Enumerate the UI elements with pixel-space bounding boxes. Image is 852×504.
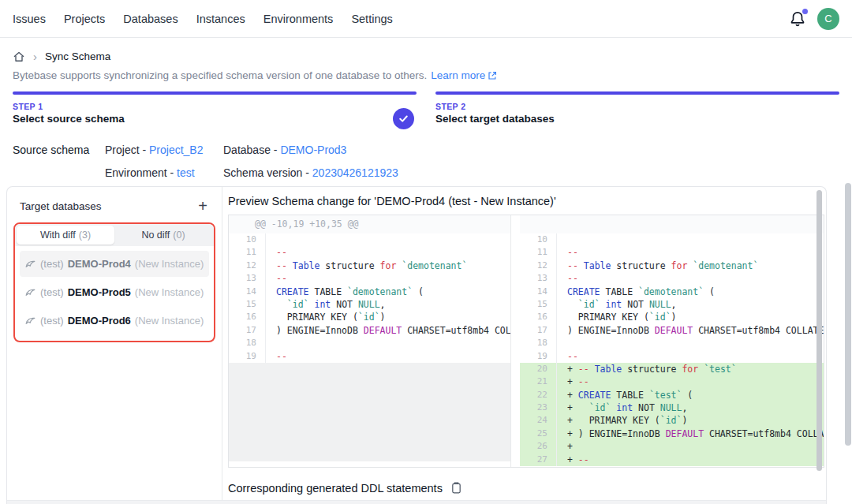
tab-no-diff[interactable]: No diff(0) [114,226,212,245]
line-code: + -- [557,454,589,466]
line-code: CREATE TABLE `demotenant` ( [266,286,424,298]
add-target-database-button[interactable]: + [195,198,211,214]
source-field-value-link[interactable]: 20230426121923 [312,166,398,179]
target-database-item-demo-prod4[interactable]: (test)DEMO-Prod4(New Instance) [20,251,209,277]
tab-count: (3) [79,230,91,241]
code-token: , [671,299,677,310]
database-environment: (test) [40,315,64,327]
line-code: -- Table structure for `demotenant` [557,259,758,272]
line-number: 14 [229,286,266,298]
copy-ddl-button[interactable] [450,481,463,495]
diff-line: 23+ `id` int NOT NULL, [520,401,824,414]
home-icon[interactable] [13,50,25,63]
line-code: ) ENGINE=InnoDB DEFAULT CHARSET=utf8mb4 … [557,324,824,337]
code-token: -- [567,247,578,258]
line-number: 10 [229,233,266,246]
intro-description: Bytebase supports synchronizing a specif… [13,69,427,81]
line-code: + [557,440,573,453]
line-code [266,337,276,349]
diff-line: 14CREATE TABLE `demotenant` ( [229,286,510,298]
page-title: Sync Schema [45,50,110,62]
page-scrollbar[interactable] [845,183,851,446]
line-number: 13 [520,272,557,285]
line-code: -- [557,350,578,363]
nav-item-instances[interactable]: Instances [196,13,245,25]
diff-line: 22+ CREATE TABLE `test` ( [520,389,824,401]
notifications-button[interactable] [789,10,806,28]
line-code [266,233,276,246]
step-2-title: Select target databases [435,113,839,125]
code-token: `demotenant` [402,260,467,271]
diff-line: 21+ -- [520,375,824,388]
source-field-value-link[interactable]: Project_B2 [149,144,203,156]
mysql-dolphin-icon [24,258,36,270]
code-token: `id` [649,312,671,323]
step-1-label: STEP 1 [13,102,417,111]
breadcrumb: › Sync Schema [13,50,839,63]
line-number: 17 [229,324,266,337]
code-token: for [682,364,698,375]
code-token: -- [578,364,595,375]
external-link-icon [488,71,497,80]
target-database-item-demo-prod6[interactable]: (test)DEMO-Prod6(New Instance) [20,308,209,334]
code-token: + PRIMARY KEY ( [567,415,660,426]
line-number: 26 [520,440,557,453]
mysql-dolphin-icon [24,315,36,327]
nav-item-environments[interactable]: Environments [263,13,334,25]
code-token: NULL [358,299,380,310]
nav-item-projects[interactable]: Projects [64,13,105,25]
database-environment: (test) [40,286,64,298]
target-database-item-demo-prod5[interactable]: (test)DEMO-Prod5(New Instance) [20,279,209,305]
diff-line: 19-- [520,350,824,363]
nav-item-settings[interactable]: Settings [351,13,392,25]
diff-line: 11-- [520,246,824,259]
diff-filler-block [229,363,510,461]
code-token: ) [682,415,687,426]
diff-line: 19-- [229,350,510,363]
line-code: + -- [557,375,589,388]
line-number: 15 [229,298,266,311]
hunk-header-right [520,215,824,233]
mysql-dolphin-icon [24,286,36,298]
notification-dot [802,9,808,14]
code-token: Table [293,260,320,271]
diff-line: 13-- [520,272,824,285]
target-databases-selection-box: With diff(3)No diff(0) (test)DEMO-Prod4(… [13,222,215,342]
source-field-value-link[interactable]: test [177,166,195,179]
diff-line: 24+ PRIMARY KEY (`id`) [520,414,824,427]
nav-item-issues[interactable]: Issues [13,13,46,25]
line-number: 24 [520,414,557,427]
code-token: for [671,260,688,271]
code-token: NULL [649,299,671,310]
diff-line: 11-- [229,246,510,259]
code-token: NULL [660,402,682,413]
line-number: 21 [520,375,557,388]
code-token: -- [567,351,578,362]
source-field-name: Environment - [105,166,177,179]
line-code: + CREATE TABLE `test` ( [557,389,693,401]
line-code: ) ENGINE=InnoDB DEFAULT CHARSET=utf8mb4 … [266,324,510,337]
chevron-right-icon: › [33,50,37,63]
schema-diff-editor: @@ -10,19 +10,35 @@ 1011--12-- Table str… [228,215,824,468]
avatar[interactable]: C [817,8,839,30]
target-databases-header: Target databases + [13,193,215,215]
diff-line: 18 [229,337,510,349]
line-number: 13 [229,272,266,285]
nav-item-databases[interactable]: Databases [123,13,178,25]
code-token: ) [671,312,677,323]
source-field-value-link[interactable]: DEMO-Prod3 [280,144,346,156]
diff-line: 15 `id` int NOT NULL, [520,298,824,311]
code-token: `test` [704,364,737,375]
diff-line: 10 [520,233,824,246]
line-number: 20 [520,363,557,375]
learn-more-link[interactable]: Learn more [431,69,497,81]
line-code: -- [557,246,578,259]
code-token: ) ENGINE=InnoDB [276,325,364,336]
tab-with-diff[interactable]: With diff(3) [17,226,114,245]
diff-line: 14CREATE TABLE `demotenant` ( [520,286,824,298]
diff-vertical-scrollbar[interactable] [816,190,822,471]
code-token: ( [704,286,715,297]
diff-pane-target: 1011--12-- Table structure for `demotena… [520,215,824,467]
diff-source-lines: 1011--12-- Table structure for `demotena… [229,233,510,363]
line-number: 19 [229,350,266,363]
